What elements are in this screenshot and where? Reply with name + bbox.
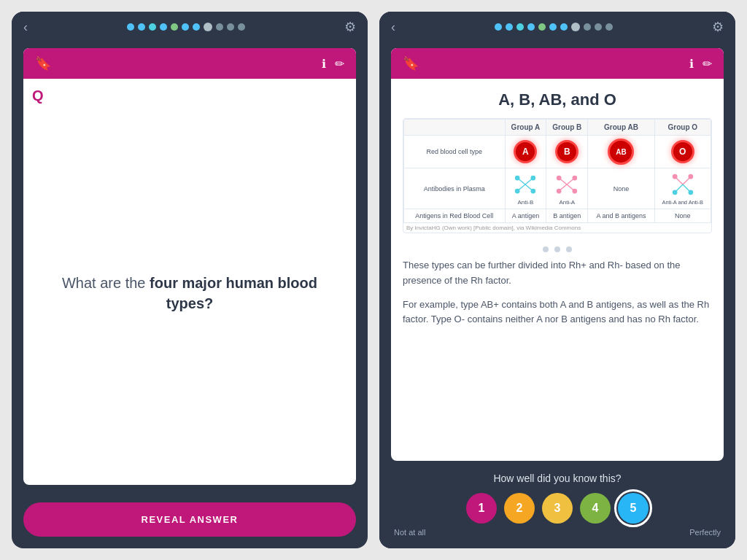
answer-card-body[interactable]: A, B, AB, and O Group A Group B Group AB	[391, 79, 724, 461]
left-info-icon[interactable]: ℹ	[322, 57, 326, 71]
rating-buttons: 1 2 3 4 5	[391, 493, 724, 524]
col-header-ab: Group AB	[588, 120, 654, 136]
rating-button-2[interactable]: 2	[504, 493, 535, 524]
rating-labels: Not at all Perfectly	[391, 528, 724, 537]
svg-point-14	[557, 189, 561, 192]
rdot-9	[584, 23, 591, 31]
right-gear-icon[interactable]: ⚙	[712, 19, 724, 35]
dot-2	[138, 23, 145, 31]
left-panel: ‹ ⚙ 🔖 ℹ	[12, 12, 368, 548]
dot-1	[127, 23, 134, 31]
svg-point-12	[557, 176, 561, 179]
rdot-10	[595, 23, 602, 31]
cell-ab-o: Anti-A and Anti-B	[654, 168, 711, 209]
rating-button-4[interactable]: 4	[580, 493, 611, 524]
question-card: 🔖 ℹ ✏ Q What are the four major human bl…	[23, 48, 356, 485]
svg-point-7	[532, 189, 535, 192]
antibody-svg-o	[670, 171, 696, 198]
svg-point-4	[516, 176, 519, 179]
left-card-area: 🔖 ℹ ✏ Q What are the four major human bl…	[12, 42, 368, 491]
rating-button-5[interactable]: 5	[618, 493, 649, 524]
col-header-b: Group B	[546, 120, 588, 136]
answer-title: A, B, AB, and O	[403, 90, 712, 109]
slide-dot-3[interactable]	[566, 246, 572, 252]
cell-ag-o: None	[654, 209, 711, 223]
right-info-icon[interactable]: ℹ	[689, 57, 694, 71]
rating-button-3[interactable]: 3	[542, 493, 573, 524]
cell-rbc-b: B	[546, 136, 588, 168]
left-edit-icon[interactable]: ✏	[335, 57, 344, 71]
cell-rbc-ab: AB	[588, 136, 654, 168]
rating-question: How well did you know this?	[391, 472, 724, 484]
left-back-button[interactable]: ‹	[23, 20, 28, 35]
rating-label-left: Not at all	[394, 528, 425, 537]
right-card-area: 🔖 ℹ ✏ A, B, AB, and O	[379, 42, 735, 464]
rating-label-right: Perfectly	[689, 528, 721, 537]
right-bookmark-icon[interactable]: 🔖	[403, 55, 419, 71]
svg-point-18	[673, 175, 676, 179]
slide-dots	[403, 241, 712, 258]
circle-a: A	[514, 140, 537, 163]
row-rbc-label: Red blood cell type	[404, 136, 506, 168]
cell-ab-a: Anti-B	[505, 168, 546, 209]
svg-point-6	[516, 189, 519, 192]
answer-card: 🔖 ℹ ✏ A, B, AB, and O	[391, 48, 724, 461]
left-gear-icon[interactable]: ⚙	[344, 19, 356, 35]
circle-o: O	[671, 140, 694, 163]
rdot-6	[549, 23, 557, 31]
rdot-7	[560, 23, 568, 31]
dot-10	[227, 23, 234, 31]
rdot-3	[516, 23, 524, 31]
cell-ab-ab: None	[588, 168, 654, 209]
right-header-right: ℹ ✏	[689, 57, 712, 71]
rdot-1	[495, 23, 502, 31]
row-rbc: Red blood cell type A B	[404, 136, 711, 168]
dot-7	[193, 23, 200, 31]
right-edit-icon[interactable]: ✏	[703, 57, 712, 71]
row-antigens-label: Antigens in Red Blood Cell	[404, 209, 506, 223]
blood-table-container: Group A Group B Group AB Group O Red blo…	[403, 118, 712, 233]
right-back-button[interactable]: ‹	[391, 20, 395, 35]
slide-dot-1[interactable]	[543, 246, 549, 252]
rdot-5	[538, 23, 546, 31]
right-card-header: 🔖 ℹ ✏	[391, 48, 724, 79]
rdot-8	[571, 23, 580, 31]
cell-rbc-o: O	[654, 136, 711, 168]
dot-4	[160, 23, 167, 31]
row-antibodies: Antibodies in Plasma	[404, 168, 711, 209]
answer-text-1: These types can be further divided into …	[403, 258, 712, 289]
slide-dot-2[interactable]	[554, 246, 560, 252]
antibody-svg-b	[554, 171, 580, 198]
question-paragraph: What are the four major human blood type…	[44, 273, 336, 314]
col-header-o: Group O	[654, 120, 711, 136]
row-antibodies-label: Antibodies in Plasma	[404, 168, 506, 209]
svg-point-13	[573, 176, 576, 179]
table-caption: By InvictaHG (Own work) [Public domain],…	[403, 223, 711, 233]
rdot-2	[506, 23, 513, 31]
svg-point-22	[673, 190, 676, 194]
dot-5	[171, 23, 178, 31]
q-label: Q	[32, 88, 44, 104]
rating-button-1[interactable]: 1	[466, 493, 497, 524]
ab-label-b: Anti-A	[549, 199, 585, 206]
col-header-empty	[404, 120, 506, 136]
left-header-right: ℹ ✏	[322, 57, 344, 71]
rdot-11	[605, 23, 613, 31]
svg-point-5	[532, 176, 535, 179]
cell-ag-ab: A and B antigens	[588, 209, 654, 223]
cell-rbc-a: A	[505, 136, 546, 168]
reveal-answer-button[interactable]: REVEAL ANSWER	[23, 502, 356, 537]
blood-table: Group A Group B Group AB Group O Red blo…	[403, 119, 711, 223]
ab-label-a: Anti-B	[508, 199, 544, 206]
dot-3	[149, 23, 156, 31]
svg-point-15	[573, 189, 576, 192]
cell-ag-a: A antigen	[505, 209, 546, 223]
left-bookmark-icon[interactable]: 🔖	[35, 55, 51, 71]
dot-9	[216, 23, 223, 31]
app-container: ‹ ⚙ 🔖 ℹ	[0, 0, 747, 560]
right-progress-dots	[495, 23, 613, 31]
rating-area: How well did you know this? 1 2 3 4 5 No…	[379, 464, 735, 548]
question-card-body: Q What are the four major human blood ty…	[23, 79, 356, 485]
answer-text-2: For example, type AB+ contains both A an…	[403, 298, 712, 328]
left-progress-dots	[127, 23, 245, 31]
